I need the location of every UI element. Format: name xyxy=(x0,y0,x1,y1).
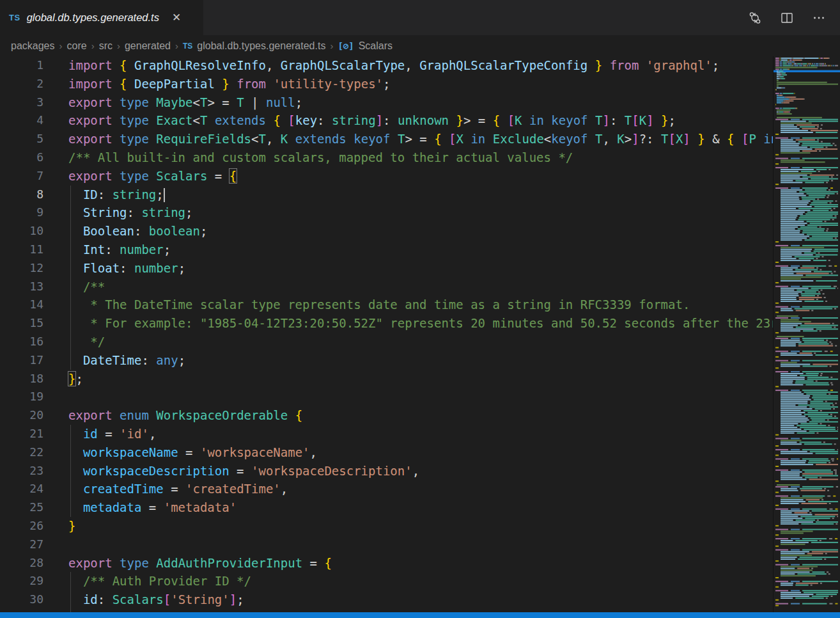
code-token: , xyxy=(412,464,419,478)
breadcrumb-item-symbol[interactable]: Scalars xyxy=(359,40,393,52)
code-editor[interactable]: 1234567891011121314151617181920212223242… xyxy=(0,56,774,618)
code-token: type xyxy=(120,169,149,183)
code-token xyxy=(485,132,492,146)
code-line[interactable]: export type Exact<T extends { [key: stri… xyxy=(58,111,774,130)
code-token: [ xyxy=(668,132,675,146)
code-token xyxy=(229,77,237,91)
code-token: Maybe xyxy=(156,95,192,109)
code-line[interactable]: export enum WorkspaceOrderable { xyxy=(58,406,774,425)
code-line[interactable]: Float: number; xyxy=(58,259,774,278)
chevron-right-icon: › xyxy=(59,40,63,51)
code-token xyxy=(68,205,83,219)
split-editor-icon[interactable] xyxy=(780,11,794,25)
code-line[interactable]: export type Maybe<T> = T | null; xyxy=(58,93,774,112)
line-number: 8 xyxy=(0,186,58,204)
code-token: T xyxy=(200,95,207,109)
breadcrumb-item-core[interactable]: core xyxy=(67,40,87,52)
code-token xyxy=(68,316,83,330)
line-number: 4 xyxy=(0,111,58,130)
code-token: > = xyxy=(463,113,493,127)
code-line[interactable]: id: Scalars['String']; xyxy=(58,590,774,609)
code-line[interactable]: export type Scalars = { xyxy=(58,167,774,186)
code-token: GraphQLResolveInfo xyxy=(134,58,266,72)
code-token: ; xyxy=(712,58,719,72)
code-line[interactable]: /** xyxy=(58,278,774,296)
code-token: { xyxy=(295,408,302,422)
code-line[interactable]: metadata = 'metadata' xyxy=(58,498,774,517)
code-token: [ xyxy=(632,113,639,127)
code-line[interactable]: workspaceDescription = 'workspaceDescrip… xyxy=(58,462,774,480)
code-token: WorkspaceOrderable xyxy=(156,408,288,422)
code-token: ; xyxy=(237,592,244,606)
code-token: , xyxy=(149,427,156,441)
more-actions-icon[interactable] xyxy=(812,11,826,25)
code-line[interactable]: Boolean: boolean; xyxy=(58,222,774,241)
code-token: [ xyxy=(288,113,295,127)
code-token: } xyxy=(222,77,229,91)
code-token: : xyxy=(383,113,398,127)
code-token xyxy=(734,132,741,146)
code-token xyxy=(215,77,222,91)
code-line[interactable]: /** Auth Provider ID */ xyxy=(58,572,774,590)
code-token: DeepPartial xyxy=(134,77,215,91)
line-number: 1 xyxy=(0,56,58,75)
code-token: in xyxy=(471,132,485,146)
code-token: : xyxy=(317,113,332,127)
line-number: 21 xyxy=(0,425,58,443)
code-line[interactable]: workspaceName = 'workspaceName', xyxy=(58,443,774,462)
tab-active-file[interactable]: TS global.db.types.generated.ts ✕ xyxy=(0,0,203,35)
code-line[interactable]: /** All built-in and custom scalars, map… xyxy=(58,148,774,167)
code-token: [ xyxy=(164,592,171,606)
line-number: 27 xyxy=(0,535,58,554)
code-line[interactable]: }; xyxy=(58,370,774,388)
code-token: keyof xyxy=(551,113,587,127)
open-changes-icon[interactable] xyxy=(748,11,762,25)
code-line[interactable]: export type AddAuthProviderInput = { xyxy=(58,554,774,573)
code-token xyxy=(654,113,661,127)
code-token xyxy=(756,132,763,146)
code-line[interactable]: ID: string; xyxy=(58,186,774,204)
line-number: 26 xyxy=(0,517,58,535)
breadcrumb-item-generated[interactable]: generated xyxy=(125,40,171,52)
code-token xyxy=(690,132,697,146)
code-line[interactable]: DateTime: any; xyxy=(58,351,774,370)
code-line[interactable]: String: string; xyxy=(58,203,774,222)
code-token: K xyxy=(639,113,646,127)
breadcrumb-item-file[interactable]: global.db.types.generated.ts xyxy=(197,40,325,52)
code-token: export xyxy=(68,95,113,109)
code-line[interactable]: } xyxy=(58,517,774,535)
code-line[interactable] xyxy=(58,535,774,554)
code-token: import xyxy=(68,77,113,91)
code-token: ] xyxy=(632,132,639,146)
tab-close-icon[interactable]: ✕ xyxy=(172,12,181,23)
minimap[interactable] xyxy=(773,56,840,612)
code-line[interactable]: id = 'id', xyxy=(58,425,774,443)
code-line[interactable]: import { GraphQLResolveInfo, GraphQLScal… xyxy=(58,56,774,75)
code-line[interactable] xyxy=(58,388,774,406)
breadcrumb-item-packages[interactable]: packages xyxy=(11,40,55,52)
code-token: string xyxy=(141,205,185,219)
symbol-type-icon: [⊘] xyxy=(338,41,354,51)
code-token: , xyxy=(405,58,419,72)
chevron-right-icon: › xyxy=(175,40,178,51)
code-token: ] xyxy=(602,113,609,127)
code-line[interactable]: */ xyxy=(58,333,774,351)
breadcrumb-item-src[interactable]: src xyxy=(99,40,113,52)
code-token xyxy=(68,592,83,606)
code-token: from xyxy=(237,77,266,91)
code-line[interactable]: createdTime = 'createdTime', xyxy=(58,480,774,498)
code-token xyxy=(68,261,83,275)
code-line[interactable]: * The DateTime scalar type represents da… xyxy=(58,296,774,314)
code-token: ] xyxy=(646,113,653,127)
code-token xyxy=(113,408,120,422)
code-token xyxy=(113,77,120,91)
code-token: Scalars xyxy=(156,169,207,183)
code-token: ; xyxy=(185,205,192,219)
text-cursor xyxy=(164,188,165,202)
code-line[interactable]: export type RequireFields<T, K extends k… xyxy=(58,130,774,148)
code-line[interactable]: Int: number; xyxy=(58,241,774,259)
code-token xyxy=(149,113,156,127)
code-token xyxy=(127,77,134,91)
code-line[interactable]: * For example: "1985-04-12T23:20:50.52Z"… xyxy=(58,314,774,333)
code-line[interactable]: import { DeepPartial } from 'utility-typ… xyxy=(58,75,774,93)
